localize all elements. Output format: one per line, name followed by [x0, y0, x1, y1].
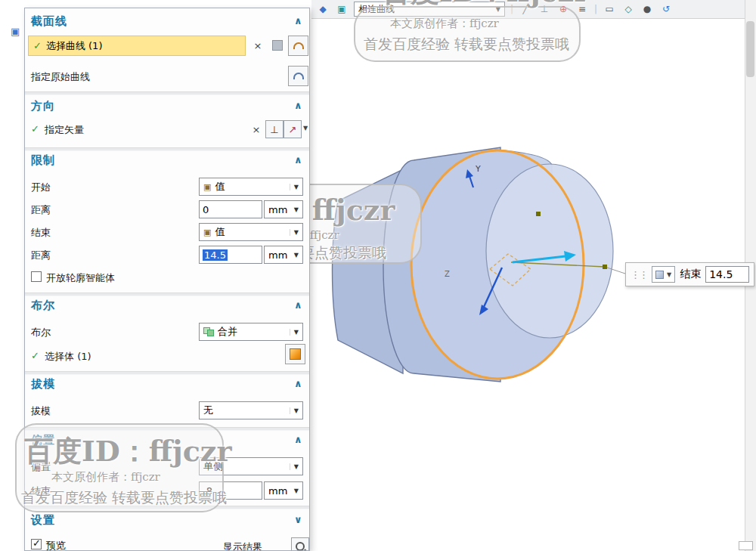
check-icon: ✓ — [31, 350, 39, 361]
section-divider — [25, 147, 309, 151]
show-result-button[interactable] — [291, 537, 309, 551]
origin-curve-label: 指定原始曲线 — [31, 70, 90, 84]
chevron-down-icon[interactable]: ▼ — [290, 463, 299, 470]
origin-curve-button[interactable] — [288, 66, 308, 86]
panel-mini-icon[interactable]: ▣ — [11, 26, 20, 37]
toolbar-separator: | — [594, 4, 597, 14]
boolean-dropdown[interactable]: 合并 ▼ — [199, 323, 303, 341]
preview-label: 预览 — [46, 539, 66, 551]
specify-vector-label: 指定矢量 — [45, 123, 84, 137]
start-mode-dropdown[interactable]: ▣ 值 ▼ — [199, 178, 303, 196]
reset-curve-icon[interactable]: × — [249, 36, 267, 54]
offset-unit-dropdown[interactable]: mm ▼ — [264, 481, 303, 500]
vector-dialog-icon[interactable]: ⊥ — [265, 120, 284, 138]
select-body-label: 选择体 (1) — [45, 350, 91, 364]
chevron-down-icon[interactable]: ▼ — [290, 184, 299, 190]
collapse-draft-icon[interactable]: ∧ — [294, 378, 302, 389]
collapse-boolean-icon[interactable]: ∧ — [294, 299, 302, 311]
end-unit-dropdown[interactable]: mm ▼ — [264, 246, 303, 264]
start-distance-input[interactable]: 0 — [199, 200, 262, 218]
toolbar-icon-7[interactable]: ▭ — [603, 4, 616, 14]
toolbar-icon-1[interactable]: ◆ — [316, 4, 330, 14]
chevron-down-icon[interactable]: ▼ — [290, 407, 299, 414]
floating-end-value: 14.5 — [709, 268, 733, 280]
section-line-title: 截面线 — [31, 14, 67, 29]
chevron-down-icon[interactable]: ▼ — [293, 206, 299, 213]
start-distance-value: 0 — [203, 204, 209, 215]
collapse-section-line-icon[interactable]: ∧ — [294, 15, 302, 26]
reverse-vector-icon[interactable]: ↗ — [284, 120, 302, 138]
collapse-direction-icon[interactable]: ∧ — [294, 100, 302, 111]
watermark-top-slogan: 首发百度经验 转载要点赞投票哦 — [364, 35, 569, 54]
collapse-limits-icon[interactable]: ∧ — [294, 154, 302, 166]
floating-end-label: 结束 — [680, 268, 701, 281]
check-icon: ✓ — [31, 123, 39, 135]
watermark-bottom-author: 本文原创作者：ffjczr — [51, 470, 160, 484]
end-mode-value: 值 — [215, 225, 225, 239]
toolbar-icon-8[interactable]: ◇ — [621, 4, 635, 14]
watermark-bottom-big: 百度ID：ffjczr — [24, 432, 231, 471]
chevron-down-icon[interactable]: ▼ — [290, 229, 299, 236]
drag-dot-top[interactable] — [536, 212, 541, 216]
viewport-scrollbar-thumb[interactable] — [746, 21, 754, 77]
end-unit-value: mm — [268, 249, 287, 261]
draft-value: 无 — [203, 404, 213, 417]
drag-handle-icon[interactable]: ⋮⋮ — [631, 269, 647, 280]
filter-icon[interactable] — [268, 36, 287, 54]
end-distance-input[interactable]: 14.5 — [199, 246, 262, 264]
preview-checkbox[interactable] — [31, 539, 42, 549]
boolean-label: 布尔 — [31, 326, 51, 339]
toolbar-icon-10[interactable]: ↺ — [659, 4, 673, 14]
end-distance-label: 距离 — [31, 249, 51, 262]
draft-dropdown[interactable]: 无 ▼ — [199, 401, 303, 419]
end-mode-dropdown[interactable]: ▣ 值 ▼ — [199, 223, 303, 241]
start-mode-value: 值 — [215, 180, 225, 193]
scroll-corner-box[interactable] — [739, 541, 753, 550]
chevron-down-icon[interactable]: ▼ — [667, 271, 671, 278]
collapse-offset-icon[interactable]: ∧ — [294, 434, 302, 445]
drag-dot-end[interactable] — [603, 265, 607, 269]
section-divider — [25, 371, 309, 375]
end-distance-value: 14.5 — [203, 249, 228, 261]
select-curve-row[interactable]: ✓ 选择曲线 (1) — [28, 36, 246, 56]
start-unit-value: mm — [268, 204, 287, 215]
value-prefix-icon: ▣ — [203, 228, 211, 237]
app-window: Y Z ◆ ▣ 相连曲线 ▼ | ╱ ⊥ ⊕ ≡ | ▭ ◇ ● ↺ ▣ ⋮⋮ … — [0, 0, 756, 551]
model-preview-front-face[interactable] — [486, 164, 613, 338]
chevron-down-icon[interactable]: ▼ — [290, 329, 299, 336]
end-label: 结束 — [31, 226, 51, 240]
start-label: 开始 — [31, 181, 51, 194]
chevron-down-icon[interactable]: ▼ — [293, 252, 299, 258]
select-curve-label: 选择曲线 (1) — [46, 39, 103, 53]
draft-title: 拔模 — [31, 377, 55, 392]
watermark-top-big: 百度ID：ffjczr — [382, 0, 589, 11]
sketch-curve-button[interactable] — [288, 36, 308, 56]
check-icon: ✓ — [33, 40, 42, 51]
draft-label: 拔模 — [31, 404, 51, 418]
start-distance-label: 距离 — [31, 203, 51, 217]
reset-vector-icon[interactable]: × — [247, 120, 265, 138]
cube-icon — [655, 271, 664, 279]
settings-title: 设置 — [31, 513, 55, 528]
toolbar-icon-2[interactable]: ▣ — [335, 4, 349, 14]
show-result-label: 显示结果 — [223, 540, 262, 551]
open-profile-label: 开放轮廓智能体 — [46, 271, 115, 285]
offset-unit-value: mm — [268, 485, 287, 497]
section-divider — [25, 293, 309, 296]
open-profile-checkbox[interactable] — [31, 271, 42, 282]
floating-end-input[interactable]: 14.5 — [705, 266, 749, 283]
vector-options-arrow-icon[interactable]: ▼ — [303, 125, 308, 132]
onscreen-input-toolbar: ⋮⋮ ▼ 结束 14.5 — [625, 262, 754, 286]
select-body-button[interactable] — [285, 344, 305, 364]
toolbar-icon-9[interactable]: ● — [640, 4, 654, 14]
value-prefix-icon: ▣ — [203, 182, 211, 192]
chevron-down-icon[interactable]: ▼ — [293, 488, 299, 494]
boolean-value: 合并 — [218, 325, 237, 339]
expand-settings-icon[interactable]: ∨ — [294, 514, 302, 525]
watermark-bottom-slogan: 首发百度经验 转载要点赞投票哦 — [21, 488, 227, 508]
limits-title: 限制 — [31, 153, 55, 168]
start-unit-dropdown[interactable]: mm ▼ — [264, 200, 303, 218]
axis-y-label: Y — [475, 164, 481, 174]
end-mode-dropdown[interactable]: ▼ — [652, 266, 675, 283]
unite-icon — [203, 327, 214, 336]
